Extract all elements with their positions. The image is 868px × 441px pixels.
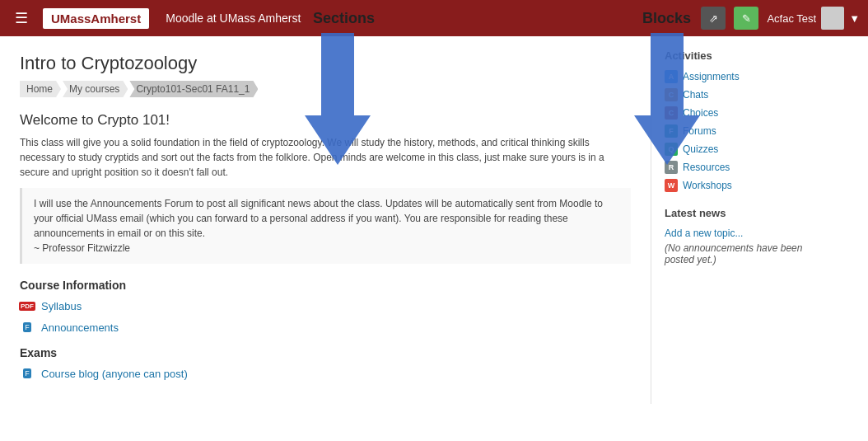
assignments-label: Assignments: [683, 71, 740, 82]
forums-icon: F: [665, 124, 678, 138]
share-button[interactable]: ⇗: [701, 7, 726, 30]
content-area: Intro to Cryptozoology Home My courses C…: [0, 36, 651, 404]
activity-chats[interactable]: C Chats: [665, 88, 819, 101]
course-blog-link[interactable]: F Course blog (anyone can post): [20, 366, 631, 381]
syllabus-label: Syllabus: [41, 300, 82, 312]
forum-icon-blog: F: [20, 366, 35, 381]
latest-news-title: Latest news: [665, 207, 819, 219]
course-blog-label: Course blog (anyone can post): [41, 368, 188, 380]
avatar: [821, 7, 844, 30]
syllabus-link[interactable]: PDF Syllabus: [20, 298, 631, 313]
welcome-heading: Welcome to Crypto 101!: [20, 112, 631, 129]
activity-resources[interactable]: R Resources: [665, 161, 819, 174]
latest-news-section: Latest news Add a new topic... (No annou…: [665, 207, 819, 265]
quizzes-icon: Q: [665, 143, 678, 156]
breadcrumb-home[interactable]: Home: [20, 81, 61, 97]
navbar: ☰ UMassAmherst Moodle at UMass Amherst ⇗…: [0, 0, 868, 36]
welcome-section: Welcome to Crypto 101! This class will g…: [20, 112, 631, 264]
user-menu[interactable]: Acfac Test ▼: [767, 7, 860, 30]
breadcrumb-current: Crypto101-Sec01 FA11_1: [129, 81, 258, 97]
workshops-icon: W: [665, 179, 678, 192]
resources-icon: R: [665, 161, 678, 174]
workshops-label: Workshops: [683, 180, 732, 191]
breadcrumb: Home My courses Crypto101-Sec01 FA11_1: [20, 81, 631, 97]
choices-label: Choices: [683, 107, 718, 119]
edit-icon: ✎: [742, 12, 751, 25]
activity-assignments[interactable]: A Assignments: [665, 70, 819, 83]
activity-quizzes[interactable]: Q Quizzes: [665, 143, 819, 156]
chats-label: Chats: [683, 89, 708, 101]
announcement-box: I will use the Announcements Forum to po…: [20, 188, 631, 264]
no-announcements-text: (No announcements have been posted yet.): [665, 242, 819, 265]
share-icon: ⇗: [709, 12, 718, 25]
activity-choices[interactable]: C Choices: [665, 106, 819, 120]
welcome-paragraph: This class will give you a solid foundat…: [20, 135, 631, 180]
chats-icon: C: [665, 88, 678, 101]
main-layout: Intro to Cryptozoology Home My courses C…: [0, 36, 868, 404]
quizzes-label: Quizzes: [683, 143, 718, 155]
resources-label: Resources: [683, 162, 730, 173]
edit-button[interactable]: ✎: [734, 7, 758, 30]
professor-signature: ~ Professor Fitzwizzle: [34, 242, 130, 254]
activity-workshops[interactable]: W Workshops: [665, 179, 819, 192]
activities-title: Activities: [665, 49, 819, 62]
announcement-text: I will use the Announcements Forum to po…: [34, 198, 603, 239]
exams-heading: Exams: [20, 346, 631, 359]
add-topic-link[interactable]: Add a new topic...: [665, 228, 819, 239]
announcements-link[interactable]: F Announcements: [20, 320, 631, 335]
hamburger-button[interactable]: ☰: [8, 6, 35, 30]
announcements-label: Announcements: [41, 321, 119, 334]
assignments-icon: A: [665, 70, 678, 83]
sidebar: Activities A Assignments C Chats C Choic…: [651, 36, 832, 404]
brand-logo: UMassAmherst: [43, 8, 149, 29]
user-dropdown-icon: ▼: [849, 12, 860, 25]
activity-forums[interactable]: F Forums: [665, 124, 819, 138]
forums-label: Forums: [683, 125, 716, 137]
pdf-icon: PDF: [20, 298, 35, 313]
breadcrumb-mycourses[interactable]: My courses: [63, 81, 128, 97]
site-title: Moodle at UMass Amherst: [166, 12, 301, 25]
user-name: Acfac Test: [767, 12, 816, 25]
course-info-heading: Course Information: [20, 279, 631, 292]
page-title: Intro to Cryptozoology: [20, 53, 631, 74]
forum-icon-announcements: F: [20, 320, 35, 335]
choices-icon: C: [665, 106, 678, 120]
